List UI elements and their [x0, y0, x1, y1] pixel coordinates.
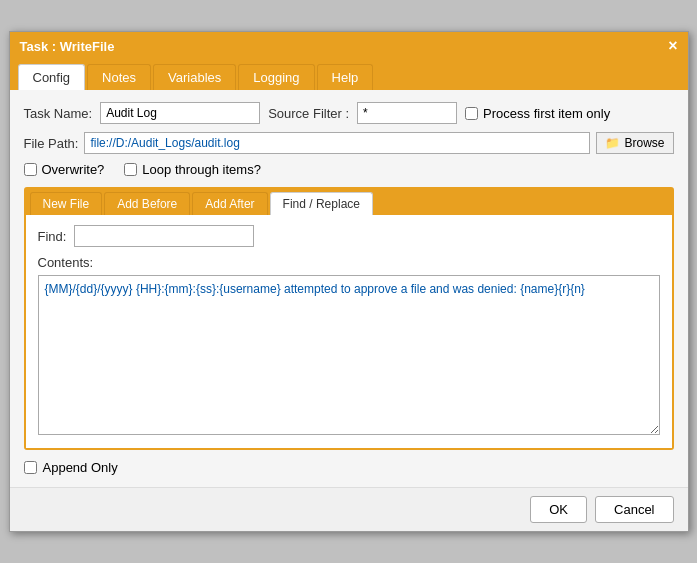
overwrite-label: Overwrite? — [42, 162, 105, 177]
source-filter-input[interactable] — [357, 102, 457, 124]
loop-through-label: Loop through items? — [142, 162, 261, 177]
dialog-title: Task : WriteFile — [20, 39, 115, 54]
file-path-label: File Path: — [24, 136, 79, 151]
find-row: Find: — [38, 225, 660, 247]
file-path-row: File Path: 📁 Browse — [24, 132, 674, 154]
loop-through-checkbox[interactable] — [124, 163, 137, 176]
dialog: Task : WriteFile × Config Notes Variable… — [9, 31, 689, 532]
footer: OK Cancel — [10, 487, 688, 531]
overwrite-item: Overwrite? — [24, 162, 105, 177]
contents-label: Contents: — [38, 255, 660, 270]
process-first-label: Process first item only — [483, 106, 610, 121]
inner-tab-add-after[interactable]: Add After — [192, 192, 267, 215]
inner-content: Find: Contents: {MM}/{dd}/{yyyy} {HH}:{m… — [26, 215, 672, 448]
browse-button[interactable]: 📁 Browse — [596, 132, 673, 154]
main-tabs-row: Config Notes Variables Logging Help — [10, 60, 688, 90]
inner-tabs-container: New File Add Before Add After Find / Rep… — [24, 187, 674, 450]
append-only-checkbox[interactable] — [24, 461, 37, 474]
task-name-input[interactable] — [100, 102, 260, 124]
loop-through-item: Loop through items? — [124, 162, 261, 177]
close-icon[interactable]: × — [668, 38, 677, 54]
process-first-item: Process first item only — [465, 106, 610, 121]
overwrite-checkbox[interactable] — [24, 163, 37, 176]
append-row: Append Only — [24, 460, 674, 475]
tab-help[interactable]: Help — [317, 64, 374, 90]
tab-variables[interactable]: Variables — [153, 64, 236, 90]
task-name-label: Task Name: — [24, 106, 93, 121]
inner-tab-new-file[interactable]: New File — [30, 192, 103, 215]
inner-tab-find-replace[interactable]: Find / Replace — [270, 192, 373, 215]
append-only-label: Append Only — [43, 460, 118, 475]
inner-tab-add-before[interactable]: Add Before — [104, 192, 190, 215]
ok-button[interactable]: OK — [530, 496, 587, 523]
contents-textarea[interactable]: {MM}/{dd}/{yyyy} {HH}:{mm}:{ss}:{usernam… — [38, 275, 660, 435]
file-path-input[interactable] — [84, 132, 590, 154]
browse-label: Browse — [624, 136, 664, 150]
find-input[interactable] — [74, 225, 254, 247]
source-filter-label: Source Filter : — [268, 106, 349, 121]
find-label: Find: — [38, 229, 67, 244]
tab-notes[interactable]: Notes — [87, 64, 151, 90]
title-bar: Task : WriteFile × — [10, 32, 688, 60]
cancel-button[interactable]: Cancel — [595, 496, 673, 523]
task-name-row: Task Name: Source Filter : Process first… — [24, 102, 674, 124]
process-first-checkbox[interactable] — [465, 107, 478, 120]
folder-icon: 📁 — [605, 136, 620, 150]
tab-logging[interactable]: Logging — [238, 64, 314, 90]
tab-config[interactable]: Config — [18, 64, 86, 90]
inner-tabs-row: New File Add Before Add After Find / Rep… — [26, 189, 672, 215]
main-content: Task Name: Source Filter : Process first… — [10, 90, 688, 487]
checkboxes-row: Overwrite? Loop through items? — [24, 162, 674, 177]
